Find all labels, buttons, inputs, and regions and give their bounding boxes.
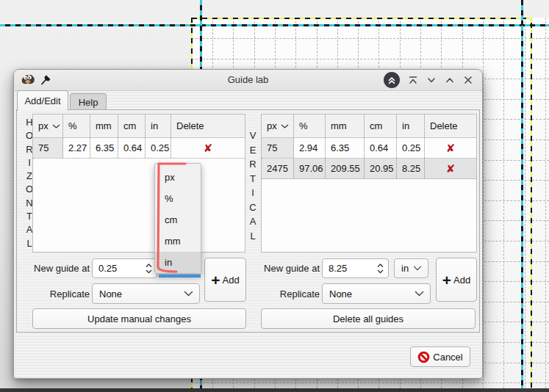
guide-value-percent: 2.27	[63, 138, 90, 158]
horizontal-guide-line[interactable]	[0, 24, 549, 26]
guide-value-in: 8.25	[397, 159, 425, 178]
vertical-guide-line-right[interactable]	[521, 0, 523, 392]
table-row: 2475 97.06 209.55 20.95 8.25 ✘	[262, 159, 476, 179]
column-header-in[interactable]: in	[397, 115, 425, 137]
guide-value-mm: 6.35	[326, 138, 365, 158]
column-header-in[interactable]: in	[146, 115, 171, 137]
dialog-titlebar[interactable]: Guide lab	[14, 70, 482, 91]
guide-value-mm: 209.55	[326, 159, 365, 178]
horizontal-replicate-select[interactable]: None	[92, 283, 200, 304]
chevron-down-icon	[415, 291, 430, 297]
grid-line	[525, 18, 525, 392]
add-edit-panel: H O R I Z O N T A L V E R T I C A L px %…	[16, 109, 480, 333]
unit-option-mm[interactable]: mm	[155, 231, 201, 252]
column-header-cm[interactable]: cm	[118, 115, 146, 137]
sort-desc-icon	[52, 124, 60, 128]
vertical-unit-select[interactable]: in	[394, 258, 428, 278]
replicate-label: Replicate	[31, 288, 90, 300]
horizontal-position-spinbox[interactable]: 0.25	[92, 258, 157, 278]
grid-line	[192, 382, 549, 383]
guide-value-cm: 0.64	[118, 138, 146, 158]
column-header-mm[interactable]: mm	[90, 115, 118, 137]
delete-guide-icon[interactable]: ✘	[446, 163, 456, 174]
guide-value-in: 0.25	[397, 138, 425, 158]
layer-boundary-top	[192, 18, 531, 19]
plus-icon: +	[442, 272, 451, 288]
column-header-px[interactable]: px	[33, 115, 63, 137]
layer-boundary-right	[531, 18, 532, 392]
table-row: 75 2.27 6.35 0.64 0.25 ✘	[33, 138, 245, 159]
guide-value-px: 75	[33, 138, 63, 158]
vertical-position-spinbox[interactable]: 8.25	[322, 258, 389, 278]
guide-value-px: 75	[262, 138, 294, 158]
new-guide-at-label: New guide at	[31, 263, 90, 274]
close-icon[interactable]	[463, 75, 473, 85]
vertical-section-label: V E R T I C A L	[247, 128, 259, 243]
unit-option-px[interactable]: px	[155, 167, 201, 188]
grid-line	[192, 38, 549, 39]
spinbox-value: 0.25	[93, 263, 142, 274]
chevron-down-icon	[413, 266, 428, 271]
add-vertical-guide-button[interactable]: + Add	[436, 258, 477, 302]
chevron-down-icon[interactable]	[426, 75, 437, 85]
column-header-mm[interactable]: mm	[326, 115, 365, 137]
spinbox-value: 8.25	[323, 263, 373, 274]
column-header-delete: Delete	[425, 115, 476, 137]
chevron-up-icon[interactable]	[445, 75, 455, 85]
window-bottom-edge	[0, 388, 549, 392]
raise-to-top-icon[interactable]	[408, 75, 418, 85]
column-header-percent[interactable]: %	[63, 115, 90, 137]
cancel-button[interactable]: Cancel	[410, 346, 470, 367]
sort-desc-icon	[281, 124, 289, 128]
guide-value-cm: 20.95	[365, 159, 397, 178]
unit-option-in[interactable]: in	[155, 252, 201, 273]
update-manual-changes-button[interactable]: Update manual changes	[32, 308, 246, 329]
column-header-px[interactable]: px	[262, 115, 294, 137]
shade-icon[interactable]	[384, 72, 400, 88]
grid-line	[503, 18, 504, 392]
guide-value-px: 2475	[262, 159, 294, 178]
guide-value-percent: 2.94	[294, 138, 326, 158]
guide-value-cm: 0.64	[365, 138, 397, 158]
tab-add-edit[interactable]: Add/Edit	[17, 90, 68, 111]
add-horizontal-guide-button[interactable]: + Add	[204, 258, 246, 302]
plus-icon: +	[211, 272, 220, 288]
column-header-cm[interactable]: cm	[365, 115, 397, 137]
grid-line	[483, 18, 484, 392]
guide-value-percent: 97.06	[294, 159, 326, 178]
replicate-label: Replicate	[261, 288, 320, 300]
guide-value-in: 0.25	[146, 138, 171, 158]
unit-dropdown-menu: px % cm mm in	[154, 163, 201, 274]
gimp-window: Guide lab	[0, 0, 549, 392]
vertical-guides-table: px % mm cm in Delete 75 2.94 6.35 0.64 0…	[261, 114, 477, 253]
delete-all-guides-button[interactable]: Delete all guides	[261, 308, 476, 329]
guide-value-mm: 6.35	[90, 138, 118, 158]
delete-guide-icon[interactable]: ✘	[446, 142, 456, 153]
unit-option-percent[interactable]: %	[155, 188, 201, 209]
guide-lab-dialog: Guide lab	[13, 69, 483, 379]
unit-option-cm[interactable]: cm	[155, 209, 201, 231]
delete-guide-icon[interactable]: ✘	[204, 142, 213, 153]
grid-line	[192, 59, 549, 59]
column-header-delete: Delete	[171, 115, 245, 137]
tab-help[interactable]: Help	[70, 93, 107, 111]
table-row: 75 2.94 6.35 0.64 0.25 ✘	[262, 138, 476, 159]
spinbox-arrows[interactable]	[373, 264, 388, 274]
new-guide-at-label: New guide at	[261, 263, 320, 274]
cancel-icon	[417, 351, 430, 363]
column-header-percent[interactable]: %	[294, 115, 326, 137]
horizontal-guides-table: px % mm cm in Delete 75 2.27 6.35 0.64 0…	[32, 114, 245, 253]
grid-line	[545, 18, 546, 392]
chevron-down-icon	[184, 291, 199, 297]
vertical-replicate-select[interactable]: None	[322, 283, 431, 304]
